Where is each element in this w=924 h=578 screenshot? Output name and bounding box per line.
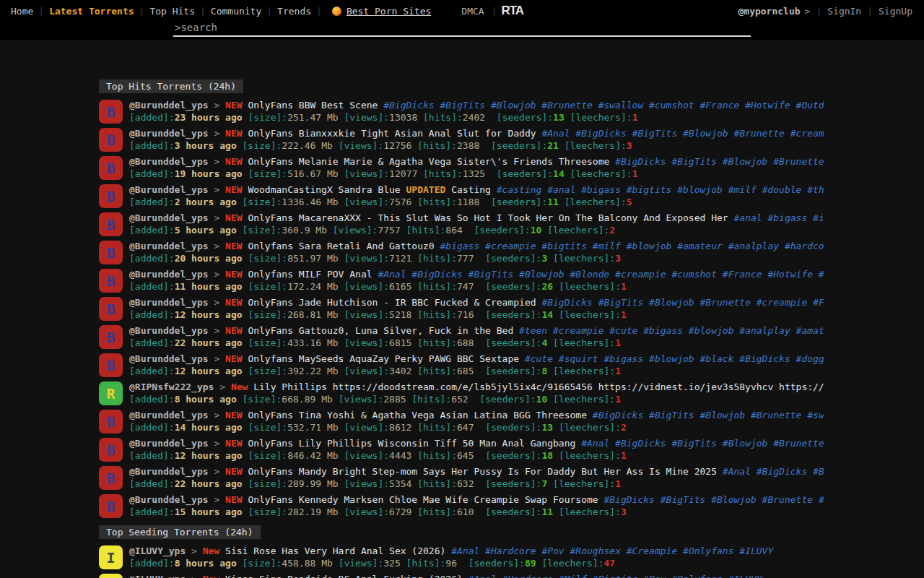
nav-latest-torrents[interactable]: Latest Torrents — [44, 6, 139, 17]
nav-trends[interactable]: Trends — [272, 6, 316, 17]
uploader-avatar[interactable]: B — [99, 353, 123, 377]
uploader-avatar[interactable]: B — [99, 128, 123, 152]
uploader-link[interactable]: @Burunddel_yps — [129, 494, 209, 505]
torrent-title[interactable]: OnlyFans Jade Hutchison - IR BBC Fucked … — [248, 297, 536, 308]
torrent-row: B @Burunddel_yps > NEW OnlyFans Kennedy … — [99, 494, 924, 518]
tag-links[interactable]: #Anal #Hardcore #Milf #Bigtits #Pov #Onl… — [468, 574, 762, 578]
tag-links[interactable]: #bigass #creampie #bigtits #milf #blowjo… — [440, 241, 824, 251]
torrent-title[interactable]: OnlyFans Kennedy Marksen Chloe Mae Wife … — [248, 494, 598, 505]
stat-value-size: 282.19 Mb — [287, 506, 338, 517]
uploader-avatar[interactable]: B — [99, 466, 123, 490]
uploader-avatar[interactable]: B — [99, 156, 123, 180]
uploader-avatar[interactable]: I — [99, 574, 123, 578]
tag-links[interactable]: #Anal #Hardcore #Pov #Roughsex #Creampie… — [451, 545, 773, 556]
signin-link[interactable]: SignIn — [821, 6, 867, 17]
torrent-title[interactable]: Onlyfans MILF POV Anal — [248, 269, 372, 280]
tag-links[interactable]: #Anal #BigDicks #BigTits #Blowjob #Brune… — [581, 438, 824, 449]
nav-home[interactable]: Home — [6, 6, 38, 17]
tag-links[interactable]: #Anal #BigDicks #BigTits #Blowjob #Blond… — [378, 269, 824, 280]
tag-links[interactable]: #Anal #BigDicks #BigTits #Blowjob #Brune… — [541, 128, 824, 139]
uploader-avatar[interactable]: B — [99, 269, 123, 293]
uploader-link[interactable]: @Burunddel_yps — [129, 241, 209, 251]
uploader-avatar[interactable]: B — [99, 297, 123, 321]
avatar-letter: B — [106, 189, 115, 204]
uploader-link[interactable]: @Burunddel_yps — [129, 438, 209, 449]
uploader-link[interactable]: @Burunddel_yps — [129, 297, 209, 308]
uploader-avatar[interactable]: B — [99, 241, 123, 264]
torrent-title[interactable]: WoodmanCastingX Sandra Blue — [248, 184, 400, 195]
stat-label-leechers: [leechers]: — [559, 450, 621, 461]
tag-links[interactable]: #BigDicks #BigTits #Blowjob #Brunette #s… — [593, 410, 824, 420]
arrow-separator: > — [209, 212, 225, 223]
uploader-avatar[interactable]: B — [99, 212, 123, 236]
uploader-link[interactable]: @Burunddel_yps — [129, 269, 209, 280]
uploader-avatar[interactable]: B — [99, 325, 123, 349]
torrent-title[interactable]: Kissa Sins Roadside BG Anal Fucking (202… — [225, 574, 463, 578]
stat-value-views: 5354 — [389, 478, 411, 489]
tag-links[interactable]: #BigDicks #BigTits #Blowjob #Brunette #s… — [615, 156, 824, 167]
stat-label-hits: [hits]: — [411, 394, 451, 405]
torrent-title[interactable]: OnlyFans Tina Yoshi & Agatha Vega Asian … — [248, 410, 587, 420]
torrent-title[interactable]: OnlyFans BBW Best Scene — [248, 100, 378, 111]
uploader-avatar[interactable]: R — [99, 381, 123, 405]
nav-top-hits[interactable]: Top Hits — [144, 6, 200, 17]
uploader-avatar[interactable]: I — [99, 545, 123, 569]
torrent-title[interactable]: Sisi Rose Has Very Hard Anal Sex (2026) — [225, 545, 445, 556]
uploader-link[interactable]: @Burunddel_yps — [129, 128, 209, 139]
torrent-title[interactable]: OnlyFans Melanie Marie & Agatha Vega Sis… — [248, 156, 609, 167]
stat-label-added: [added]: — [129, 112, 175, 123]
torrent-title[interactable]: OnlyFans Gattouz0, Luna Silver, Fuck in … — [248, 325, 513, 336]
tag-links[interactable]: #cute #squirt #bigass #blowjob #black #B… — [525, 353, 824, 364]
uploader-avatar[interactable]: B — [99, 184, 123, 208]
tag-links[interactable]: #teen #creampie #cute #bigass #blowjob #… — [519, 325, 824, 336]
stat-label-hits: [hits]: — [406, 558, 446, 569]
stat-label-seeders: [seeders]: — [485, 309, 541, 320]
uploader-link[interactable]: @Burunddel_yps — [129, 100, 209, 111]
tag-links[interactable]: #BigDicks #BigTits #Blowjob #Brunette #s… — [603, 494, 824, 505]
stat-label-added: [added]: — [129, 140, 175, 151]
title-segments: NEW Onlyfans Sara Retali And Gattouz0 #b… — [225, 241, 824, 251]
uploader-link[interactable]: @ILUVY_yps — [129, 545, 186, 556]
torrent-info: @Burunddel_yps > NEW OnlyFans Lily Phill… — [129, 438, 824, 462]
torrent-title[interactable]: OnlyFans Mandy Bright Step-mom Says Her … — [248, 466, 717, 477]
uploader-avatar[interactable]: B — [99, 100, 123, 124]
tag-links[interactable]: #casting #anal #bigass #bigtits #blowjob… — [497, 184, 824, 195]
uploader-link[interactable]: @ILUVY_yps — [129, 574, 186, 578]
torrent-title[interactable]: Onlyfans Sara Retali And Gattouz0 — [248, 241, 434, 251]
torrent-title[interactable]: OnlyFans Lily Phillips Wisconsin Tiff 50… — [248, 438, 575, 449]
search-input[interactable] — [173, 22, 751, 37]
dmca-link[interactable]: DMCA — [454, 6, 491, 17]
tag-links[interactable]: #anal #bigass #interrac… — [733, 212, 824, 223]
title-segments: NEW Onlyfans MILF POV Anal #Anal #BigDic… — [225, 269, 824, 280]
uploader-link[interactable]: @Burunddel_yps — [129, 156, 209, 167]
uploader-link[interactable]: @RIPNsfw222_yps — [129, 381, 214, 392]
torrent-title[interactable]: OnlyFans MacarenaXXX - This Slut Was So … — [248, 212, 728, 223]
torrent-title[interactable]: OnlyFans Bianxxxkie Tight Asian Anal Slu… — [248, 128, 536, 139]
signup-link[interactable]: SignUp — [873, 6, 918, 17]
stat-value-size: 222.46 Mb — [282, 140, 332, 151]
account-name[interactable]: @mypornclub — [738, 6, 800, 17]
torrent-title[interactable]: Onlyfans MaySeeds AquaZay Perky PAWG BBC… — [248, 353, 519, 364]
torrent-row: B @Burunddel_yps > NEW OnlyFans Tina Yos… — [99, 410, 924, 434]
torrent-stats-line: [added]:12 hours ago [size]:268.81 Mb [v… — [129, 309, 824, 322]
uploader-avatar[interactable]: B — [99, 494, 123, 518]
tag-links[interactable]: #BigDicks #BigTits #Blowjob #Brunette #c… — [541, 297, 824, 308]
uploader-avatar[interactable]: B — [99, 410, 123, 434]
uploader-link[interactable]: @Burunddel_yps — [129, 466, 209, 477]
uploader-link[interactable]: @Burunddel_yps — [129, 353, 209, 364]
tag-links[interactable]: #Anal #BigDicks #BigTits … — [723, 466, 824, 477]
uploader-link[interactable]: @Burunddel_yps — [129, 184, 209, 195]
uploader-avatar[interactable]: B — [99, 438, 123, 462]
uploader-link[interactable]: @Burunddel_yps — [129, 410, 209, 420]
torrent-title[interactable]: Casting — [451, 184, 491, 195]
torrent-title[interactable]: Lily Phillips https://doodstream.com/e/l… — [253, 381, 824, 392]
nav-community[interactable]: Community — [206, 6, 266, 17]
stat-label-seeders: [seeders]: — [485, 337, 541, 348]
uploader-link[interactable]: @Burunddel_yps — [129, 325, 209, 336]
tag-links[interactable]: #BigDicks #BigTits #Blowjob #Brunette #s… — [383, 100, 824, 111]
uploader-link[interactable]: @Burunddel_yps — [129, 212, 209, 223]
stat-label-size: [size]: — [248, 253, 287, 264]
stat-label-views: [views]: — [344, 168, 389, 179]
stat-label-hits: [hits]: — [417, 281, 457, 292]
best-porn-sites-link[interactable]: Best Porn Sites — [346, 6, 431, 17]
